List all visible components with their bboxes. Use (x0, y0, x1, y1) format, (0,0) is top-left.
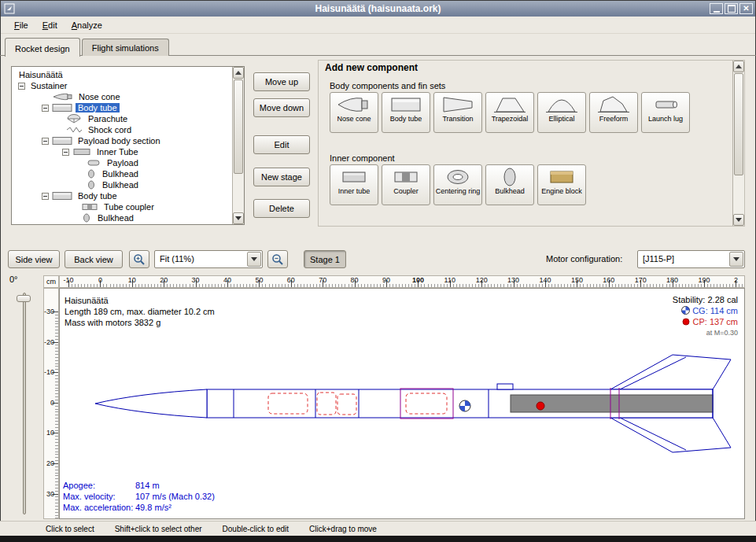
hint-shift-click: Shift+click to select other (115, 525, 202, 533)
add-transition-button[interactable]: Transition (433, 92, 482, 133)
tree-item-payload[interactable]: Payload (12, 157, 244, 168)
add-bulkhead-button[interactable]: Bulkhead (485, 164, 534, 205)
collapse-toggle-icon[interactable] (42, 138, 49, 145)
transition-icon (441, 94, 475, 115)
motor-configuration-select[interactable]: [J115-P] (637, 250, 745, 268)
add-inner-tube-button[interactable]: Inner tube (330, 164, 378, 205)
tree-item-body-tube-2[interactable]: Body tube (12, 190, 244, 201)
dropdown-arrow-button[interactable] (247, 252, 261, 267)
collapse-toggle-icon[interactable] (42, 193, 49, 200)
tree-item-label[interactable]: Tube coupler (101, 202, 157, 212)
add-engine-block-button[interactable]: Engine block (537, 164, 586, 205)
tree-item-parachute[interactable]: Parachute (12, 113, 244, 124)
menu-file[interactable]: File (7, 18, 35, 32)
fin-bottom[interactable] (610, 418, 731, 452)
tree-item-label[interactable]: Bulkhead (100, 169, 141, 179)
add-panel-scrollbar[interactable] (732, 61, 744, 226)
close-button[interactable]: ✕ (739, 3, 753, 14)
scroll-down-button[interactable] (733, 214, 744, 226)
nose-cone-shape[interactable] (95, 389, 207, 418)
menu-analyze[interactable]: Analyze (65, 18, 109, 32)
tree-item-sustainer[interactable]: Sustainer (12, 80, 244, 91)
move-down-label: Move down (260, 103, 304, 112)
move-up-button[interactable]: Move up (253, 72, 310, 91)
cg-value: CG: 114 cm (692, 306, 738, 315)
h-ruler-label: 120 (476, 276, 488, 284)
scroll-down-button[interactable] (233, 212, 244, 224)
tree-item-bulkhead[interactable]: Bulkhead (12, 168, 244, 179)
tree-item-inner-tube[interactable]: Inner Tube (12, 146, 244, 157)
rotation-slider-handle[interactable] (17, 295, 31, 302)
body-tube-icon (52, 191, 72, 201)
rocket-view-canvas[interactable]: Haisunäätä Length 189 cm, max. diameter … (59, 288, 745, 519)
tree-item-payload-section[interactable]: Payload body section (12, 135, 244, 146)
tree-item-label[interactable]: Bulkhead (95, 213, 136, 223)
move-down-button[interactable]: Move down (253, 98, 310, 117)
maximize-button[interactable] (725, 3, 738, 14)
add-elliptical-fin-button[interactable]: Elliptical (537, 92, 586, 133)
new-stage-button[interactable]: New stage (253, 168, 310, 186)
component-tree[interactable]: Haisunäätä Sustainer Nose cone Body tube… (11, 66, 245, 225)
scroll-up-button[interactable] (733, 61, 744, 72)
unit-text: cm (46, 278, 56, 286)
tree-item-rocket[interactable]: Haisunäätä (12, 69, 244, 80)
tree-item-nose-cone[interactable]: Nose cone (12, 91, 244, 102)
stat-label: Apogee: (63, 480, 135, 491)
scrollbar-thumb[interactable] (234, 79, 243, 174)
tree-item-body-tube[interactable]: Body tube (12, 102, 244, 113)
nose-cone-icon (53, 92, 73, 101)
stat-row: Max. velocity:107 m/s (Mach 0.32) (63, 491, 215, 502)
tree-item-label[interactable]: Shock cord (86, 125, 134, 135)
tree-item-label[interactable]: Body tube (76, 191, 120, 201)
zoom-out-button[interactable] (267, 250, 288, 268)
back-view-button[interactable]: Back view (65, 250, 123, 268)
stage-1-toggle-button[interactable]: Stage 1 (304, 250, 346, 268)
zoom-level-select[interactable]: Fit (11%) (154, 250, 263, 268)
tree-item-tube-coupler[interactable]: Tube coupler (12, 201, 244, 212)
scrollbar-thumb[interactable] (734, 73, 743, 175)
dropdown-arrow-button[interactable] (729, 252, 743, 267)
tree-item-bulkhead[interactable]: Bulkhead (12, 179, 244, 190)
tree-item-shock-cord[interactable]: Shock cord (12, 124, 244, 135)
tree-item-label-selected[interactable]: Body tube (76, 103, 120, 112)
fin-top[interactable] (610, 355, 731, 389)
scroll-up-button[interactable] (233, 67, 244, 79)
add-centering-ring-button[interactable]: Centering ring (433, 164, 482, 205)
tree-item-label[interactable]: Bulkhead (100, 180, 141, 190)
add-nose-cone-button[interactable]: Nose cone (330, 92, 378, 133)
add-trapezoidal-fin-button[interactable]: Trapezoidal (485, 92, 534, 133)
tab-rocket-design[interactable]: Rocket design (5, 38, 80, 57)
collapse-toggle-icon[interactable] (18, 83, 25, 90)
menu-edit[interactable]: Edit (35, 18, 65, 32)
tree-scrollbar[interactable] (232, 67, 244, 224)
edit-button[interactable]: Edit (253, 135, 310, 154)
tree-item-label[interactable]: Haisunäätä (17, 70, 65, 79)
hint-drag: Click+drag to move (309, 525, 377, 533)
launch-lug-shape[interactable] (497, 384, 513, 389)
tab-flight-simulations[interactable]: Flight simulations (82, 39, 169, 56)
motor-configuration-label: Motor configuration: (546, 254, 622, 264)
titlebar[interactable]: Haisunäätä (haisunaata.ork) ✕ (1, 1, 755, 17)
component-label: Bulkhead (495, 187, 525, 195)
back-view-label: Back view (74, 255, 113, 264)
tree-item-label[interactable]: Nose cone (76, 92, 123, 101)
delete-button[interactable]: Delete (253, 199, 310, 218)
tree-item-label[interactable]: Parachute (86, 114, 130, 124)
add-launch-lug-button[interactable]: Launch lug (641, 92, 690, 133)
add-coupler-button[interactable]: Coupler (382, 164, 430, 205)
collapse-toggle-icon[interactable] (62, 149, 69, 156)
tree-item-label[interactable]: Payload body section (76, 136, 163, 146)
tree-item-bulkhead[interactable]: Bulkhead (12, 212, 244, 223)
tree-item-label[interactable]: Payload (105, 158, 141, 168)
collapse-toggle-icon[interactable] (42, 105, 49, 112)
minimize-button[interactable] (710, 3, 723, 14)
component-label: Transition (442, 115, 473, 123)
tree-item-label[interactable]: Inner Tube (94, 147, 141, 157)
add-body-tube-button[interactable]: Body tube (382, 92, 430, 133)
side-view-button[interactable]: Side view (8, 250, 60, 268)
add-freeform-fin-button[interactable]: Freeform (589, 92, 638, 133)
hint-click-select: Click to select (46, 525, 94, 533)
rotation-slider-track[interactable] (23, 293, 26, 514)
zoom-in-button[interactable] (129, 250, 149, 268)
tree-item-label[interactable]: Sustainer (28, 81, 69, 90)
